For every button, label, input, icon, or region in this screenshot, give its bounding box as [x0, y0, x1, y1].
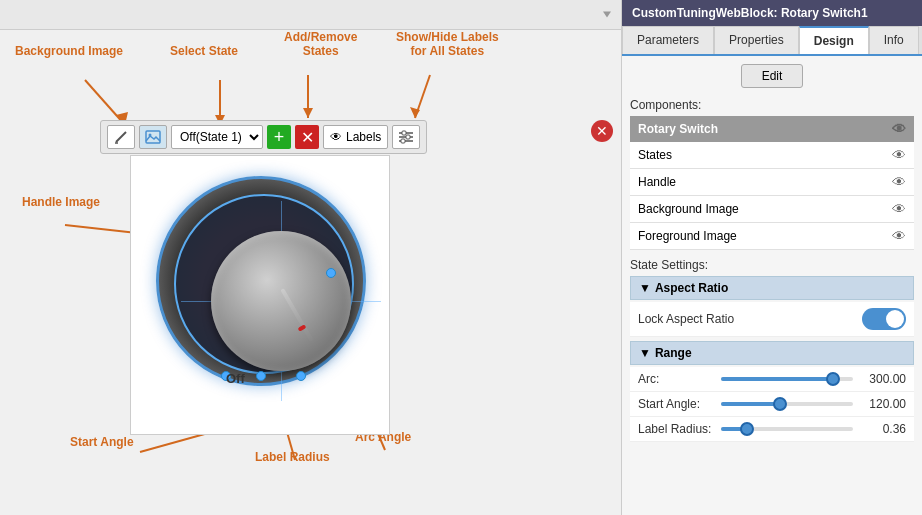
tab-bar: Parameters Properties Design Info — [622, 26, 922, 56]
annotation-background-image: Background Image — [15, 44, 123, 58]
tab-properties[interactable]: Properties — [714, 26, 799, 54]
aspect-ratio-header[interactable]: ▼ Aspect Ratio — [630, 276, 914, 300]
svg-line-0 — [85, 80, 125, 125]
right-content: Edit Components: Rotary Switch 👁 States … — [622, 56, 922, 515]
tab-info[interactable]: Info — [869, 26, 919, 54]
start-angle-slider-track[interactable] — [721, 402, 853, 406]
edit-btn[interactable]: Edit — [741, 64, 804, 88]
window-title: CustomTuningWebBlock: Rotary Switch1 — [622, 0, 922, 26]
start-angle-row: Start Angle: 120.00 — [630, 392, 914, 417]
add-state-btn[interactable]: + — [267, 125, 291, 149]
annotation-handle-image: Handle Image — [22, 195, 100, 209]
annotation-select-state: Select State — [170, 44, 238, 58]
range-header[interactable]: ▼ Range — [630, 341, 914, 365]
component-background-image-row: Background Image 👁 — [630, 196, 914, 223]
background-image-eye-icon[interactable]: 👁 — [892, 201, 906, 217]
state-dropdown[interactable]: Off(State 1) — [171, 125, 263, 149]
inner-ring — [174, 194, 354, 374]
ctrl-point-bottom-right[interactable] — [296, 371, 306, 381]
handle-eye-icon[interactable]: 👁 — [892, 174, 906, 190]
rotary-switch-eye-icon[interactable]: 👁 — [892, 121, 906, 137]
lock-aspect-ratio-row: Lock Aspect Ratio — [630, 302, 914, 337]
annotation-label-radius: Label Radius — [255, 450, 330, 464]
states-label: States — [638, 148, 672, 162]
svg-rect-23 — [402, 131, 406, 135]
labels-btn-label: Labels — [346, 130, 381, 144]
ctrl-point-center[interactable] — [256, 371, 266, 381]
rotary-switch — [156, 176, 366, 386]
range-collapse-icon: ▼ — [639, 346, 651, 360]
components-label: Components: — [630, 98, 914, 112]
component-handle-row: Handle 👁 — [630, 169, 914, 196]
svg-marker-7 — [410, 107, 420, 118]
start-angle-slider-thumb[interactable] — [773, 397, 787, 411]
svg-rect-24 — [406, 135, 410, 139]
svg-line-16 — [116, 132, 126, 142]
arc-row: Arc: 300.00 — [630, 367, 914, 392]
states-eye-icon[interactable]: 👁 — [892, 147, 906, 163]
pencil-tool-btn[interactable] — [107, 125, 135, 149]
sliders-btn[interactable] — [392, 125, 420, 149]
annotation-add-remove: Add/RemoveStates — [284, 30, 357, 58]
foreground-image-eye-icon[interactable]: 👁 — [892, 228, 906, 244]
start-angle-slider-fill — [721, 402, 780, 406]
component-rotary-switch-header[interactable]: Rotary Switch 👁 — [630, 116, 914, 142]
image-tool-btn[interactable] — [139, 125, 167, 149]
start-angle-label: Start Angle: — [638, 397, 713, 411]
outer-ring — [156, 176, 366, 386]
arc-value: 300.00 — [861, 372, 906, 386]
aspect-ratio-label: Aspect Ratio — [655, 281, 728, 295]
svg-rect-18 — [146, 131, 160, 143]
annotation-start-angle: Start Angle — [70, 435, 134, 449]
off-label: Off — [226, 371, 245, 386]
collapse-icon: ▼ — [639, 281, 651, 295]
canvas-area: Off — [130, 155, 390, 435]
tab-parameters[interactable]: Parameters — [622, 26, 714, 54]
arc-slider-fill — [721, 377, 833, 381]
remove-state-btn[interactable]: ✕ — [295, 125, 319, 149]
range-section: ▼ Range Arc: 300.00 Start Angle: 120.00 — [630, 341, 914, 442]
right-panel: CustomTuningWebBlock: Rotary Switch1 Par… — [622, 0, 922, 515]
background-image-label: Background Image — [638, 202, 739, 216]
top-bar — [0, 0, 621, 30]
label-radius-row: Label Radius: 0.36 — [630, 417, 914, 442]
component-states-row: States 👁 — [630, 142, 914, 169]
label-radius-slider-thumb[interactable] — [740, 422, 754, 436]
foreground-image-label: Foreground Image — [638, 229, 737, 243]
arc-slider-track[interactable] — [721, 377, 853, 381]
lock-aspect-ratio-label: Lock Aspect Ratio — [638, 312, 734, 326]
label-radius-value: 0.36 — [861, 422, 906, 436]
arc-label: Arc: — [638, 372, 713, 386]
annotation-show-hide: Show/Hide Labelsfor All States — [396, 30, 499, 58]
state-settings-label: State Settings: — [630, 258, 914, 272]
tab-design[interactable]: Design — [799, 26, 869, 54]
svg-marker-5 — [303, 108, 313, 118]
label-radius-label: Label Radius: — [638, 422, 713, 436]
labels-btn[interactable]: 👁 Labels — [323, 125, 388, 149]
svg-rect-25 — [401, 139, 405, 143]
range-label: Range — [655, 346, 692, 360]
component-foreground-image-row: Foreground Image 👁 — [630, 223, 914, 250]
left-panel: Background Image Select State Add/Remove… — [0, 0, 622, 515]
start-angle-value: 120.00 — [861, 397, 906, 411]
arc-slider-thumb[interactable] — [826, 372, 840, 386]
handle-label: Handle — [638, 175, 676, 189]
close-btn[interactable]: ✕ — [591, 120, 613, 142]
toolbar: Off(State 1) + ✕ 👁 Labels — [100, 120, 427, 154]
svg-line-6 — [415, 75, 430, 118]
eye-icon: 👁 — [330, 130, 342, 144]
rotary-switch-label: Rotary Switch — [638, 122, 718, 136]
ctrl-point-right[interactable] — [326, 268, 336, 278]
knob-indicator — [280, 288, 313, 342]
lock-aspect-ratio-toggle[interactable] — [862, 308, 906, 330]
knob — [211, 231, 351, 371]
dropdown-arrow-icon[interactable] — [597, 5, 617, 25]
label-radius-slider-track[interactable] — [721, 427, 853, 431]
